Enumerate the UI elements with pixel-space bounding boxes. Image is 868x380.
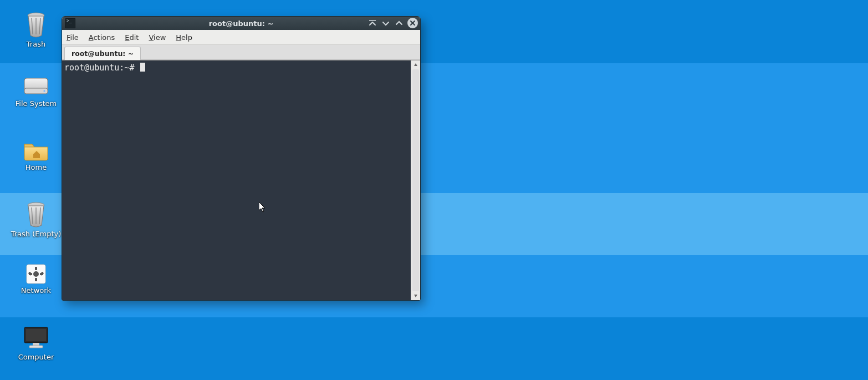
desktop[interactable]: Trash File System Home Trash (Empty) Net… [0, 0, 868, 380]
folder-home-icon [22, 138, 50, 161]
menu-file[interactable]: File [67, 33, 79, 42]
drive-icon [22, 75, 50, 97]
terminal-app-icon [65, 18, 75, 28]
desktop-icon-network[interactable]: Network [6, 264, 67, 295]
titlebar[interactable]: root@ubuntu: ~ [62, 17, 420, 30]
svg-point-3 [43, 90, 45, 92]
menu-help[interactable]: Help [176, 33, 192, 42]
monitor-icon [22, 325, 50, 351]
scroll-track[interactable] [412, 69, 419, 291]
scrollbar[interactable] [411, 60, 420, 300]
desktop-icon-label: Trash (Empty) [6, 230, 67, 238]
svg-rect-8 [35, 278, 37, 281]
desktop-icon-file-system[interactable]: File System [6, 75, 67, 108]
desktop-icon-label: Trash [6, 40, 67, 48]
desktop-icon-trash-empty[interactable]: Trash (Empty) [6, 201, 67, 238]
terminal-prompt: root@ubuntu:~# [64, 63, 139, 73]
desktop-icon-home[interactable]: Home [6, 138, 67, 171]
maximize-button[interactable] [394, 18, 404, 28]
window-title: root@ubuntu: ~ [62, 19, 420, 28]
desktop-icon-label: Computer [6, 353, 67, 361]
svg-point-6 [33, 271, 39, 277]
terminal-window[interactable]: root@ubuntu: ~ File Actions Edit Vi [62, 16, 421, 301]
desktop-icon-trash[interactable]: Trash [6, 11, 67, 48]
svg-rect-17 [33, 343, 39, 346]
keep-above-button[interactable] [367, 18, 377, 28]
minimize-button[interactable] [381, 18, 391, 28]
svg-rect-18 [29, 346, 43, 348]
svg-rect-16 [26, 329, 46, 341]
terminal-output[interactable]: root@ubuntu:~# [62, 60, 411, 300]
trash-icon [24, 11, 48, 38]
desktop-icon-label: Home [6, 163, 67, 171]
svg-rect-19 [369, 20, 376, 21]
menu-edit[interactable]: Edit [125, 33, 139, 42]
menu-actions[interactable]: Actions [89, 33, 115, 42]
menu-view[interactable]: View [149, 33, 166, 42]
desktop-icon-label: File System [6, 99, 67, 108]
desktop-icon-label: Network [6, 286, 67, 295]
menubar: File Actions Edit View Help [62, 30, 420, 45]
scroll-up-button[interactable] [411, 60, 420, 69]
scroll-down-button[interactable] [411, 291, 420, 300]
settings-icon [26, 264, 46, 284]
terminal-tab[interactable]: root@ubuntu: ~ [64, 47, 141, 60]
svg-rect-7 [35, 267, 37, 270]
terminal-cursor [140, 63, 145, 72]
tab-strip: root@ubuntu: ~ [62, 45, 420, 60]
desktop-icon-computer[interactable]: Computer [6, 325, 67, 361]
trash-icon [24, 201, 48, 227]
close-button[interactable] [407, 18, 418, 28]
